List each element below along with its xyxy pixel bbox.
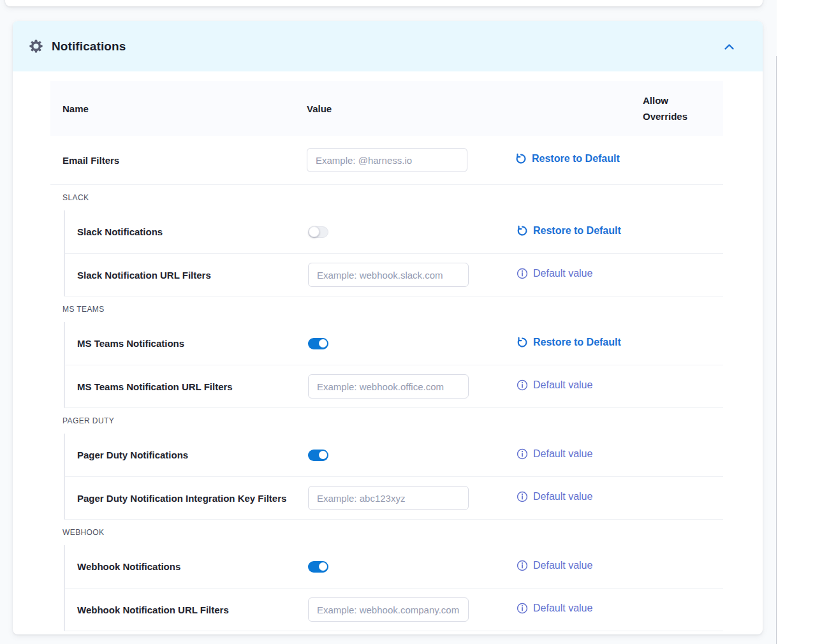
- row-webhook-notifications: Webhook NotificationsDefault value: [65, 545, 723, 588]
- row-webhook-notification-url-filters: Webhook Notification URL FiltersDefault …: [65, 588, 723, 631]
- toggle-knob: [309, 226, 319, 237]
- chevron-up-icon: [723, 42, 735, 51]
- row-slack-notifications: Slack NotificationsRestore to Default: [65, 210, 723, 253]
- setting-value-cell: [308, 561, 517, 573]
- group-label-slack: SLACK: [50, 185, 723, 210]
- gear-icon: [29, 40, 43, 53]
- setting-value-cell: [308, 450, 517, 461]
- setting-action-cell: Default value: [517, 491, 723, 505]
- action-label: Restore to Default: [532, 153, 620, 165]
- toggle-knob: [319, 451, 327, 459]
- table-header-row: Name Value Allow Overrides: [50, 81, 723, 136]
- setting-action-cell: Default value: [517, 448, 723, 462]
- slack-notification-url-filters-input[interactable]: [308, 263, 469, 287]
- restore-to-default-link[interactable]: Restore to Default: [517, 337, 621, 348]
- action-label: Default value: [533, 603, 592, 614]
- setting-name: Webhook Notification URL Filters: [65, 604, 308, 615]
- row-ms-teams-notifications: MS Teams NotificationsRestore to Default: [65, 322, 723, 365]
- setting-action-cell: Restore to Default: [515, 153, 723, 167]
- group-webhook: Webhook NotificationsDefault valueWebhoo…: [64, 545, 723, 631]
- group-pager-duty: Pager Duty NotificationsDefault valuePag…: [64, 434, 723, 520]
- setting-name: MS Teams Notifications: [65, 338, 308, 349]
- group-label-pager-duty: PAGER DUTY: [50, 408, 723, 434]
- action-label: Default value: [533, 560, 592, 571]
- right-gutter: [777, 0, 829, 644]
- notifications-card-header[interactable]: Notifications: [13, 21, 763, 71]
- setting-name: Pager Duty Notifications: [65, 450, 308, 460]
- setting-name: Slack Notifications: [65, 226, 308, 237]
- default-value-link[interactable]: Default value: [517, 560, 592, 571]
- scroll-divider: [776, 56, 777, 644]
- row-pager-duty-notifications: Pager Duty NotificationsDefault value: [65, 434, 723, 476]
- action-label: Default value: [533, 491, 592, 502]
- default-value-link[interactable]: Default value: [517, 491, 592, 502]
- default-value-link[interactable]: Default value: [517, 268, 592, 279]
- action-label: Restore to Default: [533, 337, 621, 348]
- settings-table: Name Value Allow Overrides Email Filters…: [13, 71, 763, 631]
- action-label: Default value: [533, 448, 592, 460]
- group-label-webhook: WEBHOOK: [50, 520, 723, 545]
- restore-to-default-link[interactable]: Restore to Default: [517, 225, 621, 237]
- setting-action-cell: Default value: [517, 560, 723, 574]
- info-icon: [517, 268, 528, 279]
- column-header-name: Name: [50, 101, 307, 117]
- default-value-link[interactable]: Default value: [517, 448, 592, 460]
- webhook-notifications-toggle[interactable]: [308, 561, 328, 573]
- setting-value-cell: [308, 597, 517, 622]
- toggle-knob: [319, 562, 327, 571]
- row-pager-duty-notification-integration-key-filters: Pager Duty Notification Integration Key …: [65, 476, 723, 519]
- row-email-filters: Email FiltersRestore to Default: [50, 136, 723, 185]
- column-header-allow-overrides: Allow Overrides: [643, 92, 694, 124]
- action-label: Default value: [533, 268, 592, 279]
- info-icon: [517, 379, 528, 391]
- group-label-ms-teams: MS TEAMS: [50, 296, 723, 322]
- ms-teams-notifications-toggle[interactable]: [308, 338, 328, 349]
- setting-value-cell: [308, 263, 517, 287]
- restore-icon: [517, 225, 528, 237]
- column-header-value: Value: [307, 101, 515, 117]
- default-value-link[interactable]: Default value: [517, 603, 592, 614]
- group-slack: Slack NotificationsRestore to DefaultSla…: [64, 210, 723, 296]
- setting-action-cell: Default value: [517, 603, 723, 617]
- table-body: Email FiltersRestore to DefaultSLACKSlac…: [50, 136, 723, 631]
- setting-value-cell: [308, 374, 517, 399]
- setting-value-cell: [308, 338, 517, 349]
- row-slack-notification-url-filters: Slack Notification URL FiltersDefault va…: [65, 253, 723, 296]
- setting-name: Email Filters: [50, 155, 307, 166]
- setting-value-cell: [308, 226, 517, 238]
- setting-action-cell: Restore to Default: [517, 225, 723, 239]
- default-value-link[interactable]: Default value: [517, 379, 592, 391]
- row-ms-teams-notification-url-filters: MS Teams Notification URL FiltersDefault…: [65, 365, 723, 407]
- restore-icon: [515, 153, 527, 165]
- notifications-card: Notifications Name Value Allow Overrides…: [13, 21, 763, 634]
- info-icon: [517, 603, 528, 614]
- group-ms-teams: MS Teams NotificationsRestore to Default…: [64, 322, 723, 408]
- setting-value-cell: [307, 148, 515, 172]
- ms-teams-notification-url-filters-input[interactable]: [308, 374, 469, 399]
- setting-action-cell: Restore to Default: [517, 337, 723, 351]
- toggle-knob: [319, 339, 327, 348]
- setting-name: Pager Duty Notification Integration Key …: [65, 493, 308, 504]
- info-icon: [517, 560, 528, 571]
- setting-name: Webhook Notifications: [65, 561, 308, 572]
- email-filters-input[interactable]: [307, 148, 467, 172]
- action-label: Restore to Default: [533, 225, 621, 237]
- previous-card-partial: [5, 0, 763, 6]
- info-icon: [517, 491, 528, 502]
- pager-duty-notification-integration-key-filters-input[interactable]: [308, 486, 469, 510]
- slack-notifications-toggle[interactable]: [308, 226, 328, 238]
- action-label: Default value: [533, 379, 592, 391]
- pager-duty-notifications-toggle[interactable]: [308, 450, 328, 461]
- restore-to-default-link[interactable]: Restore to Default: [515, 153, 620, 165]
- info-icon: [517, 448, 528, 460]
- webhook-notification-url-filters-input[interactable]: [308, 597, 469, 622]
- setting-value-cell: [308, 486, 517, 510]
- setting-name: Slack Notification URL Filters: [65, 270, 308, 281]
- section-title: Notifications: [52, 40, 719, 54]
- collapse-section-button[interactable]: [719, 37, 738, 56]
- setting-action-cell: Default value: [517, 379, 723, 393]
- setting-action-cell: Default value: [517, 268, 723, 282]
- setting-name: MS Teams Notification URL Filters: [65, 381, 308, 392]
- restore-icon: [517, 337, 528, 348]
